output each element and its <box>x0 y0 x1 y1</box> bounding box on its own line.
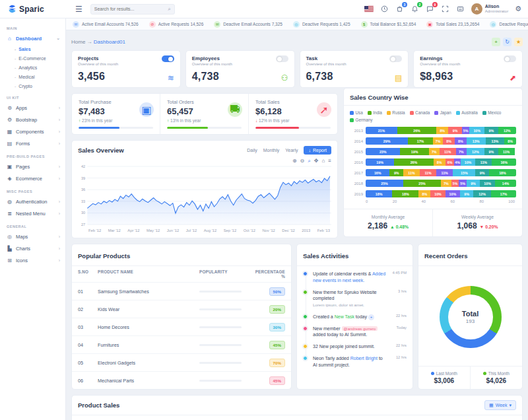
table-row[interactable]: 03 Home Decores 30% <box>72 318 291 335</box>
popular-products-card: Popular Products S.NOPRODUCT NAMEPOPULAR… <box>71 244 292 390</box>
zoom-out-icon[interactable]: ⊖ <box>300 158 305 164</box>
orders-donut-chart[interactable]: Total 193 <box>440 286 502 348</box>
home-icon[interactable]: ⌂ <box>321 158 325 164</box>
calendar-icon: ▦ <box>489 403 494 408</box>
lock-icon: ◈ <box>7 176 13 182</box>
sidebar-item-authentication[interactable]: ◍ Authentication › <box>0 195 65 207</box>
legend-item-russia[interactable]: Russia <box>387 110 405 115</box>
pan-icon[interactable]: ✥ <box>314 158 319 164</box>
ticker-item: ⊘ Active Requests 14,526 <box>149 21 204 28</box>
bar-segment-russia: 8% <box>418 190 430 197</box>
sidebar-subitem-e-commerce[interactable]: -E-Commerce <box>0 53 65 63</box>
product-sno: 04 <box>78 342 98 348</box>
legend-item-germany[interactable]: Germany <box>350 118 372 122</box>
stat-card-toggle[interactable] <box>504 55 516 62</box>
sales-overview-chart[interactable]: 42 39 36 33 30 27 <box>78 164 331 227</box>
sidebar-item-ecommerce[interactable]: ◈ Ecommerce › <box>0 172 65 184</box>
zoom-in-icon[interactable]: ⊕ <box>292 158 297 164</box>
legend-item-usa[interactable]: Usa <box>350 110 363 115</box>
activity-item[interactable]: 32 New people joined summit. 22 hrs <box>303 343 407 355</box>
table-row[interactable]: 06 Mechanical Parts 45% <box>72 371 291 389</box>
activities-list: Update of calendar events & Added new ev… <box>297 266 412 376</box>
stat-card-subtitle: Overview of this month <box>420 62 460 66</box>
cart-icon[interactable]: 3 <box>395 5 404 13</box>
sidebar-item-forms[interactable]: ▤ Forms › <box>0 137 65 149</box>
sidebar-item-charts[interactable]: ▙ Charts › <box>0 242 65 254</box>
settings-gear-icon[interactable]: ⚙ <box>515 5 521 13</box>
stat-card-toggle[interactable] <box>389 55 402 62</box>
legend-item-india[interactable]: India <box>368 110 382 115</box>
stat-card-toggle[interactable] <box>162 55 174 62</box>
star-button[interactable]: ★ <box>514 38 523 46</box>
legend-item-mexico[interactable]: Mexico <box>482 110 501 115</box>
bell-icon[interactable]: 2 <box>411 5 419 13</box>
legend-item-canada[interactable]: Canada <box>410 110 430 115</box>
us-flag-icon[interactable] <box>364 6 374 12</box>
activity-link[interactable]: New Task <box>335 314 354 319</box>
x-tick-label: 40 <box>422 199 426 203</box>
activity-item[interactable]: Update of calendar events & Added new ev… <box>303 271 407 289</box>
table-row[interactable]: 01 Samsung Smartwatches 50% <box>72 282 291 300</box>
sidebar-item-nested-menu[interactable]: ≣ Nested Menu › <box>0 207 65 219</box>
sidebar-item-dashboard[interactable]: ⌂ Dashboard ⌄ <box>0 32 65 44</box>
menu-toggle-icon[interactable]: ☰ <box>75 5 82 13</box>
stat-cards-row: Projects Overview of this month 3,456 ≋ … <box>71 50 523 88</box>
sidebar-item-bootstrap[interactable]: ⚙ Bootstrap › <box>0 114 65 125</box>
legend-item-japan[interactable]: Japan <box>434 110 451 115</box>
search-input[interactable] <box>94 7 168 11</box>
stat-card-title: Earnings <box>420 55 460 61</box>
search-icon[interactable]: ⌕ <box>168 6 170 13</box>
activity-link[interactable]: Robert Bright <box>350 356 378 361</box>
activity-link[interactable]: Added new events in next week. <box>313 271 385 283</box>
legend-item-australia[interactable]: Australia <box>456 110 478 115</box>
bar-segment-canada: 10% <box>430 190 445 197</box>
ticker-label: Active Email Accounts 74,526 <box>82 22 139 26</box>
table-row[interactable]: 05 Electroni Gadgets 70% <box>72 353 291 371</box>
brand-logo-icon <box>8 5 16 13</box>
bar-segment-canada: 8% <box>443 137 455 145</box>
period-select-button[interactable]: ▦ Week ▾ <box>484 400 516 410</box>
activity-item[interactable]: Neon Tarly added Robert Bright to AI sum… <box>303 355 407 374</box>
tab-yearly[interactable]: Yearly <box>285 148 298 153</box>
chevron-icon: › <box>59 164 60 169</box>
stat-card-toggle[interactable] <box>276 55 288 62</box>
tab-monthly[interactable]: Monthly <box>263 148 280 153</box>
user-menu[interactable]: A Alison Administrator <box>471 3 508 15</box>
user-name: Alison <box>485 4 508 9</box>
total-cell-total-purchase: Total Purchase $7,483 ↑ 23% in this year… <box>72 94 160 134</box>
orders-legend-cell: This Month $4,026 <box>471 367 523 389</box>
chat-icon[interactable]: 9 <box>426 5 434 13</box>
average-label: Monthly Average <box>348 215 428 219</box>
activity-item[interactable]: New member @andreas gurrero added today … <box>303 326 407 344</box>
menu-icon[interactable]: ≡ <box>328 158 331 164</box>
plus-icon[interactable]: + <box>368 314 374 320</box>
home-icon: ⌂ <box>7 36 13 42</box>
selection-zoom-icon[interactable]: ⌕ <box>308 158 310 164</box>
popularity-bar <box>199 344 242 346</box>
sidebar-item-apps[interactable]: ⊚ Apps › <box>0 102 65 114</box>
sidebar-subitem-analytics[interactable]: -Analytics <box>0 63 65 72</box>
sidebar-subitem-medical[interactable]: -Medical <box>0 72 65 81</box>
tab-daily[interactable]: Daily <box>247 148 257 153</box>
sidebar-item-pages[interactable]: ▣ Pages › <box>0 160 65 172</box>
report-button[interactable]: ↓ Report <box>304 146 331 155</box>
fullscreen-icon[interactable] <box>441 5 449 13</box>
sidebar-subitem-sales[interactable]: -Sales <box>0 44 65 53</box>
brand[interactable]: Sparic <box>0 5 66 14</box>
sidebar-item-components[interactable]: ▦ Components › <box>0 125 65 137</box>
add-button[interactable]: + <box>492 38 500 46</box>
activity-item[interactable]: Created a New Task today + 22 hrs <box>303 314 407 326</box>
refresh-button[interactable]: ↻ <box>503 38 512 46</box>
sidebar-subitem-crypto[interactable]: -Crypto <box>0 81 65 90</box>
sidebar-item-maps[interactable]: ◎ Maps › <box>0 230 65 242</box>
apps-grid-icon[interactable] <box>456 5 465 13</box>
year-label: 2018 <box>350 182 363 186</box>
table-row[interactable]: 04 Furnitures 45% <box>72 335 291 353</box>
activity-item[interactable]: New theme for Spruko Website completed L… <box>303 289 407 314</box>
ticker-item: ✉ Deactive Email Accounts 7,325 <box>214 21 282 28</box>
sidebar-item-icons[interactable]: ⊞ Icons › <box>0 254 65 266</box>
bar-segment-australia: 12% <box>467 148 484 155</box>
table-row[interactable]: 02 Kids Wear 20% <box>72 300 291 318</box>
theme-toggle-icon[interactable] <box>380 5 389 13</box>
breadcrumb-home[interactable]: Home <box>71 39 85 45</box>
